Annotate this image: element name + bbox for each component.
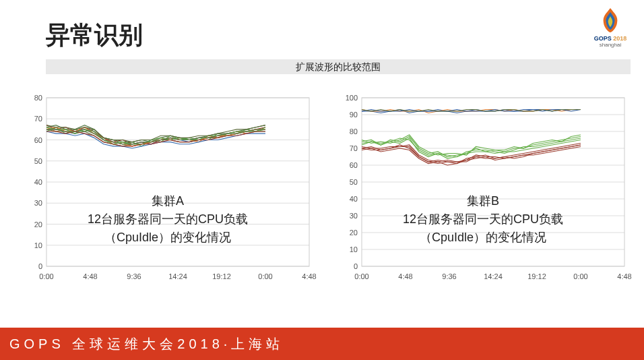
y-tick-label: 30 xyxy=(350,212,358,220)
y-tick-label: 20 xyxy=(350,229,358,237)
flame-icon xyxy=(594,7,626,35)
y-tick-label: 50 xyxy=(350,178,358,186)
y-tick-label: 70 xyxy=(34,115,42,123)
y-tick-label: 100 xyxy=(346,94,358,102)
series-line xyxy=(362,145,581,164)
x-tick-label: 14:24 xyxy=(168,272,187,280)
y-tick-label: 60 xyxy=(350,161,358,169)
y-tick-label: 10 xyxy=(34,241,42,249)
chart-cluster-b: 01020304050607080901000:004:489:3614:241… xyxy=(332,91,634,286)
x-tick-label: 4:48 xyxy=(398,272,412,280)
y-tick-label: 90 xyxy=(350,111,358,119)
x-tick-label: 4:48 xyxy=(302,272,316,280)
x-tick-label: 0:00 xyxy=(354,272,368,280)
subtitle-bar: 扩展波形的比较范围 xyxy=(46,59,631,74)
y-tick-label: 0 xyxy=(354,262,358,270)
x-tick-label: 9:36 xyxy=(442,272,456,280)
y-tick-label: 10 xyxy=(350,245,358,253)
x-tick-label: 19:12 xyxy=(212,272,231,280)
y-tick-label: 50 xyxy=(34,157,42,165)
y-tick-label: 40 xyxy=(350,195,358,203)
x-tick-label: 0:00 xyxy=(39,272,53,280)
event-logo: GOPS 2018 shanghai xyxy=(590,7,631,54)
x-tick-label: 14:24 xyxy=(484,272,503,280)
y-tick-label: 70 xyxy=(350,144,358,152)
y-tick-label: 60 xyxy=(34,136,42,144)
page-title: 异常识别 xyxy=(46,19,143,52)
y-tick-label: 0 xyxy=(38,262,42,270)
y-tick-label: 80 xyxy=(34,94,42,102)
chart-cluster-a: 010203040506070800:004:489:3614:2419:120… xyxy=(17,91,319,286)
x-tick-label: 0:00 xyxy=(573,272,587,280)
x-tick-label: 0:00 xyxy=(258,272,272,280)
y-tick-label: 30 xyxy=(34,199,42,207)
footer-bar: GOPS 全球运维大会2018·上海站 xyxy=(0,328,644,360)
y-tick-label: 40 xyxy=(34,178,42,186)
x-tick-label: 4:48 xyxy=(83,272,97,280)
x-tick-label: 19:12 xyxy=(527,272,546,280)
x-tick-label: 4:48 xyxy=(617,272,631,280)
series-line xyxy=(362,135,581,155)
y-tick-label: 80 xyxy=(350,127,358,136)
x-tick-label: 9:36 xyxy=(127,272,141,280)
y-tick-label: 20 xyxy=(34,220,42,229)
